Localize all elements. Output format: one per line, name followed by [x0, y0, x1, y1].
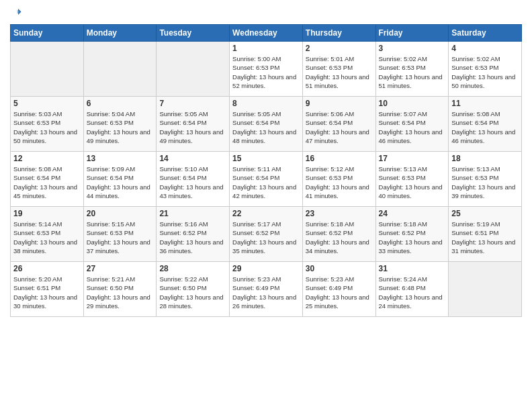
day-info: Sunrise: 5:18 AM Sunset: 6:52 PM Dayligh… — [306, 220, 373, 255]
day-info: Sunrise: 5:20 AM Sunset: 6:51 PM Dayligh… — [13, 275, 81, 310]
day-info: Sunrise: 5:22 AM Sunset: 6:50 PM Dayligh… — [159, 275, 226, 310]
day-info: Sunrise: 5:21 AM Sunset: 6:50 PM Dayligh… — [87, 275, 154, 310]
day-number: 20 — [87, 209, 154, 218]
day-number: 4 — [451, 44, 519, 53]
day-info: Sunrise: 5:03 AM Sunset: 6:53 PM Dayligh… — [13, 109, 81, 145]
table-row: 8Sunrise: 5:05 AM Sunset: 6:54 PM Daylig… — [230, 97, 303, 152]
table-row: 1Sunrise: 5:00 AM Sunset: 6:53 PM Daylig… — [230, 42, 303, 97]
table-row — [83, 42, 157, 97]
day-info: Sunrise: 5:02 AM Sunset: 6:53 PM Dayligh… — [451, 54, 519, 90]
table-row: 15Sunrise: 5:11 AM Sunset: 6:54 PM Dayli… — [230, 152, 303, 207]
table-row: 7Sunrise: 5:05 AM Sunset: 6:54 PM Daylig… — [157, 97, 230, 152]
table-row: 16Sunrise: 5:12 AM Sunset: 6:53 PM Dayli… — [302, 152, 375, 207]
day-info: Sunrise: 5:05 AM Sunset: 6:54 PM Dayligh… — [232, 109, 300, 145]
table-row: 6Sunrise: 5:04 AM Sunset: 6:53 PM Daylig… — [83, 97, 157, 152]
day-info: Sunrise: 5:12 AM Sunset: 6:53 PM Dayligh… — [306, 165, 373, 200]
table-row: 14Sunrise: 5:10 AM Sunset: 6:54 PM Dayli… — [157, 152, 230, 207]
table-row — [11, 42, 84, 97]
day-info: Sunrise: 5:09 AM Sunset: 6:54 PM Dayligh… — [87, 165, 154, 200]
day-number: 5 — [13, 99, 81, 108]
day-number: 3 — [379, 44, 446, 53]
day-info: Sunrise: 5:18 AM Sunset: 6:52 PM Dayligh… — [379, 220, 446, 255]
day-info: Sunrise: 5:00 AM Sunset: 6:53 PM Dayligh… — [232, 54, 300, 90]
table-row: 10Sunrise: 5:07 AM Sunset: 6:54 PM Dayli… — [375, 97, 449, 152]
table-row: 27Sunrise: 5:21 AM Sunset: 6:50 PM Dayli… — [83, 262, 157, 317]
table-row: 23Sunrise: 5:18 AM Sunset: 6:52 PM Dayli… — [302, 207, 375, 262]
calendar-week-row: 26Sunrise: 5:20 AM Sunset: 6:51 PM Dayli… — [11, 262, 522, 317]
table-row: 31Sunrise: 5:24 AM Sunset: 6:48 PM Dayli… — [375, 262, 449, 317]
header-sunday: Sunday — [11, 25, 84, 42]
weekday-header-row: Sunday Monday Tuesday Wednesday Thursday… — [11, 25, 522, 42]
day-info: Sunrise: 5:02 AM Sunset: 6:53 PM Dayligh… — [379, 54, 446, 90]
logo — [10, 7, 25, 19]
header-tuesday: Tuesday — [157, 25, 230, 42]
header-monday: Monday — [83, 25, 157, 42]
logo-icon — [10, 7, 22, 19]
day-number: 15 — [232, 154, 300, 163]
table-row: 4Sunrise: 5:02 AM Sunset: 6:53 PM Daylig… — [449, 42, 522, 97]
day-info: Sunrise: 5:08 AM Sunset: 6:54 PM Dayligh… — [451, 109, 519, 145]
day-info: Sunrise: 5:06 AM Sunset: 6:54 PM Dayligh… — [306, 109, 373, 145]
table-row: 9Sunrise: 5:06 AM Sunset: 6:54 PM Daylig… — [302, 97, 375, 152]
day-number: 9 — [306, 99, 373, 108]
day-number: 13 — [87, 154, 154, 163]
table-row — [157, 42, 230, 97]
day-number: 16 — [306, 154, 373, 163]
day-number: 25 — [451, 209, 519, 218]
day-number: 27 — [87, 264, 154, 273]
day-info: Sunrise: 5:23 AM Sunset: 6:49 PM Dayligh… — [306, 275, 373, 310]
day-number: 11 — [451, 99, 519, 108]
day-info: Sunrise: 5:05 AM Sunset: 6:54 PM Dayligh… — [159, 109, 226, 145]
day-info: Sunrise: 5:04 AM Sunset: 6:53 PM Dayligh… — [87, 109, 154, 145]
table-row: 11Sunrise: 5:08 AM Sunset: 6:54 PM Dayli… — [449, 97, 522, 152]
day-info: Sunrise: 5:23 AM Sunset: 6:49 PM Dayligh… — [232, 275, 300, 310]
day-number: 14 — [159, 154, 226, 163]
table-row: 17Sunrise: 5:13 AM Sunset: 6:53 PM Dayli… — [375, 152, 449, 207]
calendar-week-row: 19Sunrise: 5:14 AM Sunset: 6:53 PM Dayli… — [11, 207, 522, 262]
table-row: 29Sunrise: 5:23 AM Sunset: 6:49 PM Dayli… — [230, 262, 303, 317]
table-row: 25Sunrise: 5:19 AM Sunset: 6:51 PM Dayli… — [449, 207, 522, 262]
day-number: 19 — [13, 209, 81, 218]
day-number: 8 — [232, 99, 300, 108]
day-number: 1 — [232, 44, 300, 53]
table-row: 13Sunrise: 5:09 AM Sunset: 6:54 PM Dayli… — [83, 152, 157, 207]
day-number: 23 — [306, 209, 373, 218]
table-row: 12Sunrise: 5:08 AM Sunset: 6:54 PM Dayli… — [11, 152, 84, 207]
header-wednesday: Wednesday — [230, 25, 303, 42]
day-number: 30 — [306, 264, 373, 273]
table-row: 3Sunrise: 5:02 AM Sunset: 6:53 PM Daylig… — [375, 42, 449, 97]
day-number: 6 — [87, 99, 154, 108]
day-number: 31 — [379, 264, 446, 273]
day-number: 24 — [379, 209, 446, 218]
table-row: 30Sunrise: 5:23 AM Sunset: 6:49 PM Dayli… — [302, 262, 375, 317]
day-info: Sunrise: 5:15 AM Sunset: 6:53 PM Dayligh… — [87, 220, 154, 255]
day-number: 22 — [232, 209, 300, 218]
calendar-week-row: 1Sunrise: 5:00 AM Sunset: 6:53 PM Daylig… — [11, 42, 522, 97]
day-info: Sunrise: 5:10 AM Sunset: 6:54 PM Dayligh… — [159, 165, 226, 200]
table-row: 18Sunrise: 5:13 AM Sunset: 6:53 PM Dayli… — [449, 152, 522, 207]
calendar-week-row: 12Sunrise: 5:08 AM Sunset: 6:54 PM Dayli… — [11, 152, 522, 207]
day-number: 2 — [306, 44, 373, 53]
table-row: 2Sunrise: 5:01 AM Sunset: 6:53 PM Daylig… — [302, 42, 375, 97]
day-number: 18 — [451, 154, 519, 163]
table-row: 28Sunrise: 5:22 AM Sunset: 6:50 PM Dayli… — [157, 262, 230, 317]
day-info: Sunrise: 5:13 AM Sunset: 6:53 PM Dayligh… — [451, 165, 519, 200]
calendar-week-row: 5Sunrise: 5:03 AM Sunset: 6:53 PM Daylig… — [11, 97, 522, 152]
day-info: Sunrise: 5:13 AM Sunset: 6:53 PM Dayligh… — [379, 165, 446, 200]
table-row: 26Sunrise: 5:20 AM Sunset: 6:51 PM Dayli… — [11, 262, 84, 317]
day-number: 28 — [159, 264, 226, 273]
day-info: Sunrise: 5:16 AM Sunset: 6:52 PM Dayligh… — [159, 220, 226, 255]
day-number: 12 — [13, 154, 81, 163]
header-thursday: Thursday — [302, 25, 375, 42]
table-row: 22Sunrise: 5:17 AM Sunset: 6:52 PM Dayli… — [230, 207, 303, 262]
day-number: 26 — [13, 264, 81, 273]
header-saturday: Saturday — [449, 25, 522, 42]
calendar-table: Sunday Monday Tuesday Wednesday Thursday… — [10, 24, 522, 317]
day-info: Sunrise: 5:11 AM Sunset: 6:54 PM Dayligh… — [232, 165, 300, 200]
day-info: Sunrise: 5:24 AM Sunset: 6:48 PM Dayligh… — [379, 275, 446, 310]
day-info: Sunrise: 5:08 AM Sunset: 6:54 PM Dayligh… — [13, 165, 81, 200]
table-row: 21Sunrise: 5:16 AM Sunset: 6:52 PM Dayli… — [157, 207, 230, 262]
table-row: 19Sunrise: 5:14 AM Sunset: 6:53 PM Dayli… — [11, 207, 84, 262]
day-info: Sunrise: 5:07 AM Sunset: 6:54 PM Dayligh… — [379, 109, 446, 145]
table-row: 20Sunrise: 5:15 AM Sunset: 6:53 PM Dayli… — [83, 207, 157, 262]
